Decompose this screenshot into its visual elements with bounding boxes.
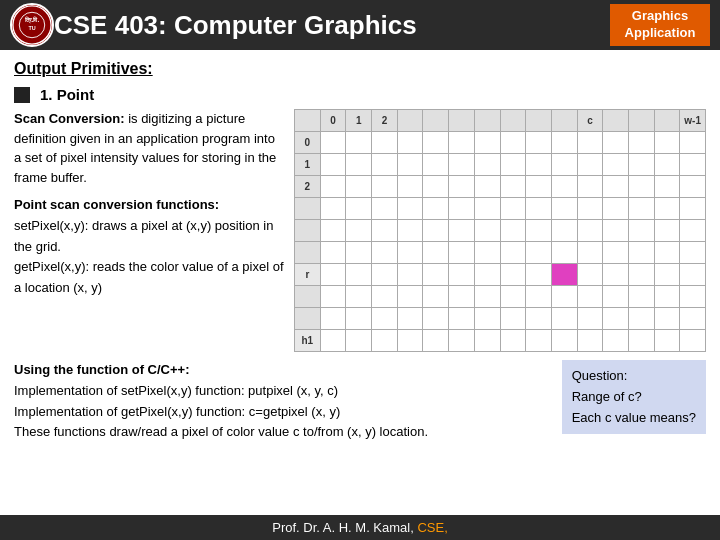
using-bold: Using the function of C/C++: — [14, 362, 190, 377]
question-line3: Each c value means? — [572, 408, 696, 429]
grid-row-b — [295, 308, 706, 330]
question-line2: Range of c? — [572, 387, 696, 408]
footer-text: Prof. Dr. A. H. M. Kamal, — [272, 520, 414, 535]
grid-col-w1: w-1 — [680, 110, 706, 132]
grid-col-9 — [551, 110, 577, 132]
svg-text:TU: TU — [28, 25, 35, 31]
point-square-icon — [14, 87, 30, 103]
point-scan-line2: getPixel(x,y): reads the color value of … — [14, 259, 284, 295]
grid-rowh-r: r — [295, 264, 321, 286]
grid-col-8 — [526, 110, 552, 132]
grid-col-1: 1 — [346, 110, 372, 132]
grid-col-5 — [449, 110, 475, 132]
question-line1: Question: — [572, 366, 696, 387]
question-box: Question: Range of c? Each c value means… — [562, 360, 706, 434]
grid-rowh-h1: h1 — [295, 330, 321, 352]
bottom-left-text: Using the function of C/C++: Implementat… — [14, 360, 552, 443]
grid-rowh-2: 2 — [295, 176, 321, 198]
grid-row-r: r — [295, 264, 706, 286]
footer: Prof. Dr. A. H. M. Kamal, CSE, — [0, 515, 720, 540]
point-scan-text: Point scan conversion functions: setPixe… — [14, 195, 284, 299]
grid-row-1: 1 — [295, 154, 706, 176]
grid-row-a — [295, 286, 706, 308]
using-line2: Implementation of getPixel(x,y) function… — [14, 404, 340, 419]
point-row: 1. Point — [14, 86, 706, 103]
logo: त्रि.वि. TU — [10, 3, 54, 47]
grid-row-0: 0 — [295, 132, 706, 154]
grid-col-3 — [397, 110, 423, 132]
highlighted-pixel — [551, 264, 577, 286]
grid-col-7 — [500, 110, 526, 132]
grid-header-row: 0 1 2 c w-1 — [295, 110, 706, 132]
using-line3: These functions draw/read a pixel of col… — [14, 424, 428, 439]
main-content: Output Primitives: 1. Point Scan Convers… — [0, 50, 720, 449]
using-function-text: Using the function of C/C++: Implementat… — [14, 360, 552, 443]
header-title: CSE 403: Computer Graphics — [54, 10, 610, 41]
grid-col-13 — [654, 110, 680, 132]
using-line1: Implementation of setPixel(x,y) function… — [14, 383, 338, 398]
left-text: Scan Conversion: is digitizing a picture… — [14, 109, 284, 352]
grid-row-2: 2 — [295, 176, 706, 198]
grid-col-6 — [474, 110, 500, 132]
grid-col-2: 2 — [372, 110, 398, 132]
bottom-section: Using the function of C/C++: Implementat… — [14, 360, 706, 443]
grid-row-h1: h1 — [295, 330, 706, 352]
grid-row-5 — [295, 242, 706, 264]
output-primitives-heading: Output Primitives: — [14, 60, 706, 78]
header-badge: Graphics Application — [610, 4, 710, 46]
grid-rowh-1: 1 — [295, 154, 321, 176]
svg-text:त्रि.वि.: त्रि.वि. — [24, 16, 40, 24]
footer-highlight: CSE, — [414, 520, 448, 535]
grid-col-4 — [423, 110, 449, 132]
grid-area: 0 1 2 c w-1 0 — [294, 109, 706, 352]
grid-corner — [295, 110, 321, 132]
scan-bold: Scan Conversion: — [14, 111, 125, 126]
scan-conversion-text: Scan Conversion: is digitizing a picture… — [14, 109, 284, 187]
grid-col-0: 0 — [320, 110, 346, 132]
grid-col-11 — [603, 110, 629, 132]
header: त्रि.वि. TU CSE 403: Computer Graphics G… — [0, 0, 720, 50]
grid-col-c: c — [577, 110, 603, 132]
grid-row-3 — [295, 198, 706, 220]
grid-rowh-0: 0 — [295, 132, 321, 154]
grid-col-12 — [628, 110, 654, 132]
content-area: Scan Conversion: is digitizing a picture… — [14, 109, 706, 352]
grid-table: 0 1 2 c w-1 0 — [294, 109, 706, 352]
point-label: 1. Point — [40, 86, 94, 103]
point-scan-bold: Point scan conversion functions: — [14, 197, 219, 212]
point-scan-line1: setPixel(x,y): draws a pixel at (x,y) po… — [14, 218, 273, 254]
grid-row-4 — [295, 220, 706, 242]
